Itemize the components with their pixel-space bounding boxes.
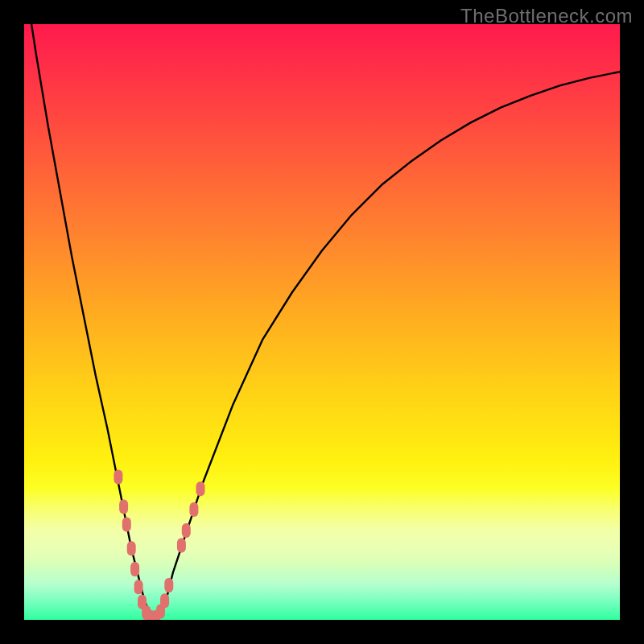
plot-area [24,24,620,620]
watermark-text: TheBottleneck.com [460,5,633,27]
bottleneck-curve [24,24,620,620]
chart-frame: TheBottleneck.com [0,0,644,644]
curve-marker [189,502,198,517]
curve-marker [127,541,136,555]
curve-marker [134,580,143,594]
curve-marker [119,499,128,514]
curve-marker [196,481,205,496]
curve-layer [24,24,620,620]
curve-marker [182,523,191,538]
curve-marker [114,469,122,484]
curve-marker [130,562,139,576]
curve-marker [164,578,173,592]
curve-markers [114,469,204,620]
curve-marker [177,539,186,553]
curve-marker [160,593,169,608]
curve-marker [122,518,131,532]
